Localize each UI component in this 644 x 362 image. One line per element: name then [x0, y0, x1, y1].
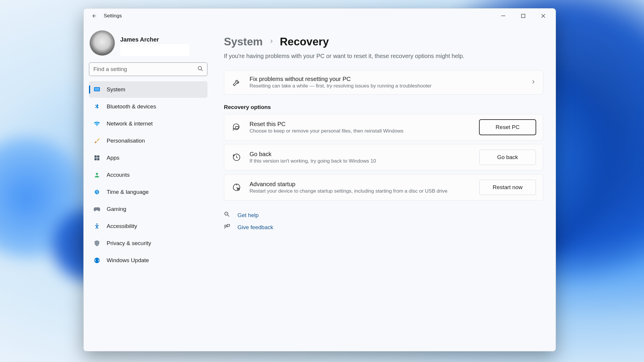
goback-button[interactable]: Go back: [479, 150, 536, 165]
svg-rect-14: [235, 127, 238, 129]
svg-text:?: ?: [226, 212, 227, 215]
time-icon: [93, 188, 101, 196]
sidebar-item-accessibility[interactable]: Accessibility: [89, 218, 207, 234]
sidebar-item-time-language[interactable]: Time & language: [89, 184, 207, 200]
settings-window: Settings James Archer: [83, 8, 556, 351]
account-icon: [93, 171, 101, 179]
profile-block[interactable]: James Archer: [89, 29, 207, 62]
svg-rect-8: [97, 158, 99, 160]
sidebar-item-apps[interactable]: Apps: [89, 150, 207, 166]
troubleshoot-card[interactable]: Fix problems without resetting your PC R…: [224, 70, 543, 95]
help-icon: ?: [224, 211, 230, 219]
search-icon: [197, 66, 203, 73]
svg-point-20: [224, 225, 226, 227]
help-links: ? Get help Give feedback: [224, 211, 543, 231]
sidebar-item-network-internet[interactable]: Network & internet: [89, 115, 207, 132]
sidebar-item-privacy-security[interactable]: Privacy & security: [89, 235, 207, 252]
sidebar-item-label: Time & language: [107, 189, 149, 195]
section-label: Recovery options: [224, 104, 543, 110]
sidebar-item-label: Accessibility: [107, 223, 137, 229]
back-button[interactable]: [89, 11, 98, 21]
titlebar: Settings: [84, 9, 556, 23]
maximize-icon: [521, 14, 525, 18]
page-subtitle: If you're having problems with your PC o…: [224, 53, 543, 59]
troubleshoot-desc: Resetting can take a while — first, try …: [250, 83, 523, 89]
option-advanced: Advanced startupRestart your device to c…: [224, 174, 543, 201]
svg-rect-0: [501, 16, 505, 16]
sidebar-item-personalisation[interactable]: Personalisation: [89, 133, 207, 149]
breadcrumb: System Recovery: [224, 36, 543, 48]
privacy-icon: [93, 239, 101, 247]
window-controls: [493, 9, 553, 23]
gaming-icon: [93, 205, 101, 213]
accessibility-icon: [93, 222, 101, 230]
svg-point-2: [198, 67, 202, 70]
nav: SystemBluetooth & devicesNetwork & inter…: [89, 81, 207, 269]
option-reset: Reset this PCChoose to keep or remove yo…: [224, 114, 543, 140]
sidebar-item-label: System: [107, 86, 125, 93]
avatar: [90, 30, 115, 56]
sidebar-item-windows-update[interactable]: Windows Update: [89, 252, 207, 269]
svg-point-12: [96, 224, 98, 225]
minimize-icon: [501, 14, 505, 18]
sidebar-item-label: Windows Update: [107, 257, 149, 264]
option-title: Go back: [250, 151, 472, 158]
svg-rect-1: [521, 14, 525, 18]
reset-icon: [231, 123, 242, 132]
chevron-right-icon: [269, 39, 274, 45]
window-title: Settings: [104, 13, 122, 19]
back-arrow-icon: [91, 13, 97, 19]
close-button[interactable]: [533, 9, 553, 23]
option-goback: Go backIf this version isn't working, tr…: [224, 144, 543, 171]
get-help-link[interactable]: Get help: [237, 212, 259, 219]
option-desc: Restart your device to change startup se…: [250, 188, 472, 194]
reset-button[interactable]: Reset PC: [479, 120, 536, 135]
sidebar-item-accounts[interactable]: Accounts: [89, 167, 207, 183]
sidebar-item-label: Network & internet: [107, 120, 153, 127]
troubleshoot-title: Fix problems without resetting your PC: [250, 76, 523, 82]
svg-rect-6: [97, 156, 99, 158]
feedback-icon: [224, 223, 230, 231]
give-feedback-link[interactable]: Give feedback: [237, 224, 273, 231]
option-title: Advanced startup: [250, 181, 472, 188]
sidebar-item-gaming[interactable]: Gaming: [89, 201, 207, 217]
page-title: Recovery: [280, 36, 329, 48]
sidebar-item-label: Personalisation: [107, 138, 145, 144]
close-icon: [541, 14, 545, 18]
content: System Recovery If you're having problem…: [210, 23, 556, 351]
search-input[interactable]: [89, 62, 207, 76]
sidebar-item-label: Privacy & security: [107, 240, 151, 247]
search-wrap: [89, 62, 207, 76]
bluetooth-icon: [93, 103, 101, 110]
option-desc: If this version isn't working, try going…: [250, 158, 472, 164]
svg-point-9: [96, 173, 98, 175]
user-email-redacted: [120, 44, 189, 56]
svg-rect-4: [95, 88, 99, 91]
wifi-icon: [93, 120, 101, 128]
svg-rect-5: [95, 156, 97, 158]
sidebar-item-label: Bluetooth & devices: [107, 103, 156, 110]
system-icon: [93, 86, 101, 93]
brush-icon: [93, 137, 101, 145]
option-desc: Choose to keep or remove your personal f…: [250, 128, 472, 134]
wrench-icon: [231, 78, 242, 87]
sidebar: James Archer SystemBluetooth & devicesNe…: [84, 23, 210, 351]
advanced-icon: [231, 183, 242, 192]
sidebar-item-label: Gaming: [107, 206, 126, 212]
update-icon: [93, 257, 101, 264]
minimize-button[interactable]: [493, 9, 513, 23]
goback-icon: [231, 153, 242, 162]
sidebar-item-label: Apps: [107, 155, 119, 161]
sidebar-item-bluetooth-devices[interactable]: Bluetooth & devices: [89, 98, 207, 115]
sidebar-item-label: Accounts: [107, 172, 130, 178]
breadcrumb-parent[interactable]: System: [224, 36, 263, 48]
advanced-button[interactable]: Restart now: [479, 180, 536, 195]
recovery-options: Reset this PCChoose to keep or remove yo…: [224, 114, 543, 201]
chevron-right-icon: [531, 79, 536, 86]
maximize-button[interactable]: [513, 9, 533, 23]
option-title: Reset this PC: [250, 121, 472, 128]
user-name: James Archer: [120, 30, 189, 43]
sidebar-item-system[interactable]: System: [89, 81, 207, 98]
svg-rect-7: [95, 158, 97, 160]
apps-icon: [93, 154, 101, 162]
